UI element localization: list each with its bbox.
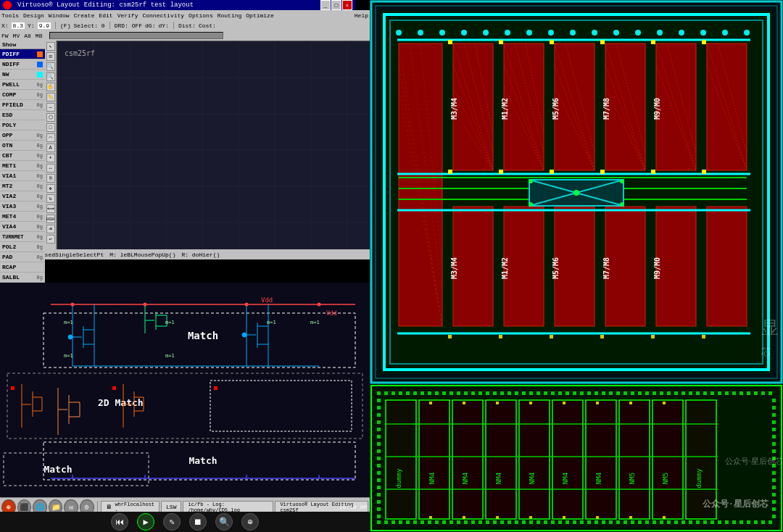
add-btn[interactable]: ⊕ xyxy=(241,513,259,531)
svg-rect-263 xyxy=(399,520,402,524)
menu-design[interactable]: Design xyxy=(23,12,44,19)
menu-verify[interactable]: Verify xyxy=(117,12,138,19)
svg-rect-218 xyxy=(471,391,475,395)
tool-label[interactable]: A xyxy=(46,144,55,152)
svg-rect-157 xyxy=(651,170,655,174)
sidebar-item-rcap[interactable]: RCAP xyxy=(0,262,45,273)
sidebar-item-via2[interactable]: VIA2 0g xyxy=(0,191,45,201)
svg-point-61 xyxy=(318,303,321,307)
tool-via[interactable]: + xyxy=(46,154,55,162)
sidebar-item-pad[interactable]: PAD 0g xyxy=(0,252,45,262)
sidebar-item-esd[interactable]: ESD xyxy=(0,110,45,120)
sidebar-item-poly2[interactable]: POL2 0g xyxy=(0,242,45,252)
svg-rect-246 xyxy=(674,391,678,395)
tool-select[interactable]: ⊡ xyxy=(46,52,55,61)
svg-rect-353 xyxy=(486,400,516,519)
tool-rotate[interactable]: ↻ xyxy=(46,194,55,203)
sidebar-item-met4[interactable]: MET4 0g xyxy=(0,212,45,222)
tool-move[interactable]: ✥ xyxy=(46,184,55,193)
sidebar-item-pfield[interactable]: PFIELD 0g xyxy=(0,100,45,110)
tool-pan[interactable]: ✋ xyxy=(46,83,55,91)
layout-top-view[interactable]: M3/M4 M1/M2 M5/M6 M7/M8 M9/M0 M3/M4 M1/M… xyxy=(370,0,783,384)
canvas-selector[interactable] xyxy=(49,32,223,39)
sidebar-item-opp[interactable]: OPP 0g xyxy=(0,130,45,141)
sidebar-item-cbt[interactable]: CBT 0g xyxy=(0,151,45,161)
play-prev-btn[interactable]: ⏮ xyxy=(111,513,128,531)
tool-measure[interactable]: 📏 xyxy=(46,93,55,101)
sidebar-item-mt2[interactable]: MT2 0g xyxy=(0,181,45,191)
svg-text:NM4: NM4 xyxy=(462,473,469,484)
close-btn[interactable]: × xyxy=(342,0,352,10)
tool-path[interactable]: ⌒ xyxy=(46,133,55,142)
svg-rect-222 xyxy=(500,391,504,395)
main-canvas[interactable]: csm25rf xyxy=(57,41,370,249)
tool-rect[interactable]: □ xyxy=(46,123,55,132)
svg-rect-182 xyxy=(702,335,705,338)
tool-poly[interactable]: ⬡ xyxy=(46,113,55,122)
svg-rect-339 xyxy=(772,449,776,453)
menu-options[interactable]: Options xyxy=(188,12,213,19)
mb-label: MB xyxy=(36,33,43,39)
menu-help[interactable]: Help xyxy=(355,12,368,19)
stop-btn[interactable]: ⏹ xyxy=(189,513,207,531)
pencil-btn[interactable]: ✎ xyxy=(163,513,181,531)
schematic-view[interactable]: Vdd Match 2D Match Match Match xyxy=(0,283,370,497)
tool-arrow[interactable]: ↖ xyxy=(46,42,55,51)
sidebar-item-met1[interactable]: MET1 0g xyxy=(0,161,45,171)
sidebar-item-salbl[interactable]: SALBL 0g xyxy=(0,273,45,283)
menu-window[interactable]: Window xyxy=(49,12,70,19)
svg-rect-363 xyxy=(619,400,650,519)
menu-routing[interactable]: Routing xyxy=(218,12,242,19)
svg-rect-286 xyxy=(566,520,569,524)
svg-rect-152 xyxy=(702,40,706,44)
svg-rect-225 xyxy=(522,391,526,395)
svg-point-58 xyxy=(71,303,75,307)
tool-undo[interactable]: ↩ xyxy=(46,235,55,244)
menu-edit[interactable]: Edit xyxy=(99,12,112,19)
sidebar-item-pwell[interactable]: PWELL 0g xyxy=(0,80,45,90)
sidebar-item-otn[interactable]: OTN 0g xyxy=(0,141,45,151)
svg-rect-276 xyxy=(493,520,497,524)
tool-stretch[interactable]: ↔ xyxy=(46,164,55,173)
svg-rect-206 xyxy=(384,391,388,395)
svg-rect-262 xyxy=(392,520,395,524)
sidebar-item-pdiff[interactable]: PDIFF xyxy=(0,49,45,59)
tool-wire[interactable]: — xyxy=(46,103,55,112)
menu-create[interactable]: Create xyxy=(74,12,95,19)
canvas-svg: csm25rf xyxy=(57,41,370,250)
play-btn[interactable]: ▶ xyxy=(137,513,154,531)
menu-optimize[interactable]: Optimize xyxy=(246,12,273,19)
svg-text:m=1: m=1 xyxy=(310,320,320,325)
svg-text:NM4: NM4 xyxy=(529,473,536,484)
svg-rect-371 xyxy=(496,402,499,404)
tool-del[interactable]: ⌫ xyxy=(46,225,55,233)
sidebar-item-ndiff[interactable]: NDIFF xyxy=(0,59,45,70)
tool-mirror[interactable]: ⟺ xyxy=(46,204,55,213)
svg-rect-346 xyxy=(772,500,776,504)
sidebar-item-poly[interactable]: POLY xyxy=(0,120,45,130)
menu-connectivity[interactable]: Connectivity xyxy=(142,12,184,19)
svg-rect-336 xyxy=(772,428,776,431)
svg-point-189 xyxy=(526,30,532,36)
tool-copy[interactable]: ⎘ xyxy=(46,174,55,183)
menu-tools[interactable]: Tools xyxy=(1,12,19,19)
sidebar-item-via1[interactable]: VIA1 0g xyxy=(0,171,45,181)
dy-label: dY: xyxy=(158,22,168,29)
svg-rect-147 xyxy=(448,40,452,44)
zoom-btn[interactable]: 🔍 xyxy=(215,513,233,531)
tool-zoom-out[interactable]: 🔍 xyxy=(46,72,55,81)
svg-rect-355 xyxy=(552,400,583,519)
minimize-btn[interactable]: _ xyxy=(320,0,331,10)
sidebar-item-comp[interactable]: COMP 0g xyxy=(0,90,45,100)
svg-text:M3/M4: M3/M4 xyxy=(450,98,458,120)
maximize-btn[interactable]: □ xyxy=(331,0,341,10)
svg-rect-153 xyxy=(448,170,452,174)
sidebar-item-via4[interactable]: VIA4 0g xyxy=(0,222,45,232)
tool-zoom-in[interactable]: 🔍 xyxy=(46,62,55,71)
sidebar-item-nw[interactable]: NW xyxy=(0,70,45,80)
svg-rect-370 xyxy=(463,402,465,404)
sidebar-item-turnmet[interactable]: TURNMET 0g xyxy=(0,232,45,242)
tool-group[interactable]: HGH xyxy=(46,215,55,223)
sidebar-item-via3[interactable]: VIA3 0g xyxy=(0,201,45,212)
svg-rect-348 xyxy=(772,515,776,518)
